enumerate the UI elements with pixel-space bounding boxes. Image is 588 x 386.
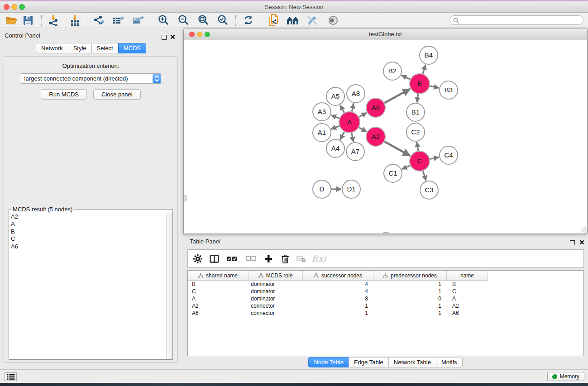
resize-grip-icon[interactable]: [581, 227, 587, 234]
graph-node-C4[interactable]: C4: [440, 146, 458, 164]
column-header-successor-nodes[interactable]: successor nodes: [303, 271, 373, 281]
graph-node-C1[interactable]: C1: [384, 164, 402, 182]
table-row[interactable]: A2connector11A2: [188, 302, 583, 310]
graph-node-A4[interactable]: A4: [326, 139, 344, 157]
network-overview-icon[interactable]: [285, 14, 301, 27]
table-row[interactable]: Bdominator41B: [188, 281, 583, 288]
tab-style[interactable]: Style: [68, 43, 92, 53]
task-history-button[interactable]: [5, 372, 17, 381]
table-cell[interactable]: 1: [303, 303, 373, 309]
tab-node-table[interactable]: Node Table: [308, 357, 349, 367]
mcds-result-item[interactable]: B: [11, 228, 172, 235]
close-panel-icon[interactable]: [170, 33, 175, 41]
export-image-icon[interactable]: [130, 14, 146, 27]
graph-edge-A-A4[interactable]: [340, 132, 344, 139]
column-header-shared-name[interactable]: shared name: [188, 271, 249, 281]
graph-edge-C-C1[interactable]: [402, 166, 410, 169]
import-network-icon[interactable]: [46, 14, 61, 27]
mcds-result-list[interactable]: A2ABCA6: [9, 213, 172, 250]
toggle-column-panel-icon[interactable]: [206, 250, 222, 267]
criterion-select[interactable]: largest connected component (directed): [20, 73, 162, 84]
graph-edge-A-A3[interactable]: [331, 115, 339, 119]
table-row[interactable]: A6connector11A6: [188, 310, 583, 317]
toggle-graphics-details-icon[interactable]: [305, 14, 320, 27]
zoom-out-icon[interactable]: [176, 14, 191, 27]
mcds-result-item[interactable]: C: [11, 235, 172, 243]
open-session-icon[interactable]: [4, 14, 19, 27]
delete-table-icon[interactable]: [293, 250, 309, 267]
graph-node-A2[interactable]: A2: [366, 127, 385, 146]
show-hide-icon[interactable]: [325, 14, 341, 27]
table-cell[interactable]: A: [188, 295, 249, 302]
graph-node-D[interactable]: D: [313, 180, 331, 198]
table-cell[interactable]: 1: [373, 310, 447, 316]
share-session-icon[interactable]: [266, 14, 282, 27]
table-cell[interactable]: connector: [249, 303, 303, 309]
table-cell[interactable]: A6: [447, 310, 488, 316]
graph-edge-A-A2[interactable]: [359, 128, 367, 132]
graph-node-B1[interactable]: B1: [406, 103, 425, 121]
tab-network-table[interactable]: Network Table: [388, 357, 436, 367]
graph-edge-A-A5[interactable]: [340, 105, 344, 113]
save-session-icon[interactable]: [20, 14, 36, 27]
table-cell[interactable]: dominator: [249, 288, 303, 295]
table-cell[interactable]: 4: [303, 281, 373, 287]
export-network-icon[interactable]: [91, 14, 106, 27]
graph-node-B4[interactable]: B4: [420, 46, 438, 64]
table-cell[interactable]: A2: [447, 303, 488, 309]
graph-edge-B-B4[interactable]: [423, 65, 425, 74]
deselect-all-rows-icon[interactable]: [243, 250, 259, 267]
column-header-MCDS-role[interactable]: MCDS role: [249, 271, 303, 281]
horizontal-splitter-grip-icon[interactable]: [383, 232, 389, 235]
graph-edge-A-A6[interactable]: [359, 113, 367, 117]
graph-edge-B-B2[interactable]: [402, 75, 410, 79]
mcds-result-item[interactable]: A2: [11, 213, 172, 220]
graph-node-A8[interactable]: A8: [347, 85, 365, 103]
export-table-icon[interactable]: [110, 14, 126, 27]
graph-node-A6[interactable]: A6: [366, 98, 385, 117]
graph-edge-A6-B[interactable]: [384, 89, 410, 103]
graph-edge-C-C4[interactable]: [430, 157, 439, 159]
tab-motifs[interactable]: Motifs: [436, 357, 463, 367]
table-cell[interactable]: 4: [303, 288, 373, 295]
table-cell[interactable]: 8: [303, 295, 373, 302]
network-canvas[interactable]: AA1A2A3A4A5A6A7A8BB1B2B3B4CC1C2C3C4DD1: [184, 40, 587, 234]
table-cell[interactable]: 0: [373, 295, 447, 302]
mcds-result-item[interactable]: A6: [11, 243, 172, 250]
select-stepper-icon[interactable]: [153, 74, 161, 83]
refresh-icon[interactable]: [240, 14, 256, 27]
mcds-result-scrollbar[interactable]: [166, 213, 172, 359]
table-cell[interactable]: 1: [303, 310, 373, 316]
tab-network[interactable]: Network: [36, 43, 68, 53]
zoom-fit-icon[interactable]: [196, 14, 211, 27]
table-cell[interactable]: A6: [188, 310, 249, 316]
graph-edge-B-B1[interactable]: [417, 94, 418, 102]
float-table-panel-icon[interactable]: [570, 239, 575, 247]
tab-edge-table[interactable]: Edge Table: [349, 357, 389, 367]
column-header-predecessor-nodes[interactable]: predecessor nodes: [373, 271, 447, 281]
graph-node-B2[interactable]: B2: [383, 62, 402, 80]
graph-node-C3[interactable]: C3: [420, 181, 438, 199]
table-cell[interactable]: A: [447, 295, 488, 302]
table-cell[interactable]: 1: [373, 281, 447, 287]
graph-node-D1[interactable]: D1: [342, 180, 360, 198]
minimize-view-icon[interactable]: [197, 32, 202, 37]
table-cell[interactable]: C: [447, 288, 488, 295]
graph-edge-C-C2[interactable]: [417, 142, 418, 151]
run-mcds-button[interactable]: Run MCDS: [41, 89, 87, 100]
table-row[interactable]: Adominator80A: [188, 295, 583, 302]
close-table-panel-icon[interactable]: [579, 238, 584, 247]
table-cell[interactable]: dominator: [249, 295, 303, 302]
table-cell[interactable]: B: [447, 281, 488, 287]
select-all-rows-icon[interactable]: [224, 250, 240, 267]
zoom-in-icon[interactable]: [156, 14, 171, 27]
zoom-selected-icon[interactable]: [215, 14, 230, 27]
graph-node-A7[interactable]: A7: [346, 143, 364, 161]
close-window-icon[interactable]: [4, 4, 10, 10]
mcds-result-item[interactable]: A: [11, 220, 172, 228]
memory-button[interactable]: Memory: [547, 372, 584, 381]
graph-edge-B-B3[interactable]: [430, 86, 439, 88]
table-cell[interactable]: dominator: [249, 281, 303, 287]
network-graph[interactable]: AA1A2A3A4A5A6A7A8BB1B2B3B4CC1C2C3C4DD1: [184, 40, 587, 234]
float-panel-icon[interactable]: [162, 33, 167, 42]
